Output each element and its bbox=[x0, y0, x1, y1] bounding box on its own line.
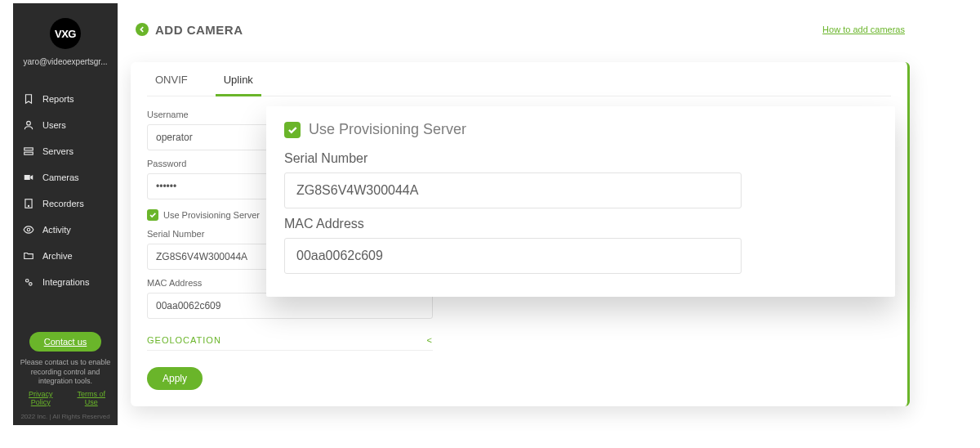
sidebar-item-label: Recorders bbox=[42, 199, 84, 208]
geolocation-label: GEOLOCATION bbox=[147, 335, 221, 345]
sidebar-item-label: Archive bbox=[42, 251, 73, 261]
svg-point-6 bbox=[26, 280, 29, 283]
back-icon[interactable] bbox=[136, 23, 149, 36]
recorder-icon bbox=[23, 198, 34, 209]
sidebar-item-activity[interactable]: Activity bbox=[18, 218, 113, 241]
chevron-left-icon: < bbox=[427, 335, 433, 345]
user-email: yaro@videoexpertsgr... bbox=[24, 57, 108, 66]
overlay-mac-label: MAC Address bbox=[284, 217, 877, 231]
checkmark-icon bbox=[147, 209, 158, 221]
svg-rect-2 bbox=[24, 152, 33, 155]
svg-point-7 bbox=[29, 283, 33, 286]
tabs: ONVIF Uplink bbox=[147, 62, 891, 96]
sidebar-message: Please contact us to enable recording co… bbox=[18, 358, 113, 387]
svg-point-0 bbox=[27, 121, 31, 125]
nav-list: Reports Users Servers Cameras Recorders … bbox=[18, 87, 113, 293]
help-link[interactable]: How to add cameras bbox=[822, 25, 905, 34]
folder-icon bbox=[23, 250, 34, 262]
sidebar-item-users[interactable]: Users bbox=[18, 114, 113, 137]
sidebar-item-integrations[interactable]: Integrations bbox=[18, 271, 113, 293]
contact-us-button[interactable]: Contact us bbox=[29, 332, 102, 352]
overlay-provisioning-label: Use Provisioning Server bbox=[309, 121, 466, 138]
camera-icon bbox=[23, 172, 34, 183]
sidebar-footer: 2022 Inc. | All Rights Reserved bbox=[20, 413, 109, 420]
checkmark-icon bbox=[284, 122, 301, 138]
svg-rect-1 bbox=[24, 148, 33, 150]
svg-point-5 bbox=[27, 228, 30, 231]
apply-button[interactable]: Apply bbox=[147, 367, 203, 390]
sidebar-item-label: Activity bbox=[42, 225, 71, 235]
sidebar: VXG yaro@videoexpertsgr... Reports Users… bbox=[13, 3, 118, 425]
sidebar-links: Privacy Policy Terms of Use bbox=[18, 390, 113, 406]
sidebar-item-servers[interactable]: Servers bbox=[18, 140, 113, 163]
sidebar-item-label: Reports bbox=[42, 94, 74, 104]
sidebar-item-label: Cameras bbox=[42, 172, 79, 182]
gears-icon bbox=[23, 276, 34, 288]
overlay-mac-input[interactable] bbox=[284, 238, 742, 274]
privacy-policy-link[interactable]: Privacy Policy bbox=[18, 390, 63, 406]
svg-point-4 bbox=[28, 205, 29, 206]
sidebar-item-label: Users bbox=[42, 120, 66, 130]
server-icon bbox=[23, 146, 34, 157]
overlay-serial-label: Serial Number bbox=[284, 151, 877, 166]
sidebar-item-cameras[interactable]: Cameras bbox=[18, 166, 113, 189]
sidebar-item-reports[interactable]: Reports bbox=[18, 87, 113, 110]
eye-icon bbox=[23, 224, 34, 235]
user-icon bbox=[23, 119, 34, 131]
tab-onvif[interactable]: ONVIF bbox=[147, 62, 196, 96]
tab-uplink[interactable]: Uplink bbox=[216, 62, 261, 96]
overlay-provisioning-checkbox-row[interactable]: Use Provisioning Server bbox=[284, 121, 877, 138]
provisioning-label: Use Provisioning Server bbox=[163, 210, 260, 220]
geolocation-section[interactable]: GEOLOCATION < bbox=[147, 335, 433, 351]
bookmark-icon bbox=[23, 93, 34, 105]
provisioning-popover: Use Provisioning Server Serial Number MA… bbox=[266, 106, 895, 297]
sidebar-item-recorders[interactable]: Recorders bbox=[18, 192, 113, 215]
sidebar-item-archive[interactable]: Archive bbox=[18, 244, 113, 267]
overlay-serial-input[interactable] bbox=[284, 172, 742, 208]
page-header: ADD CAMERA How to add cameras bbox=[131, 10, 910, 49]
sidebar-item-label: Servers bbox=[42, 146, 74, 156]
page-title: ADD CAMERA bbox=[155, 23, 243, 37]
sidebar-item-label: Integrations bbox=[42, 277, 89, 287]
terms-of-use-link[interactable]: Terms of Use bbox=[69, 390, 113, 406]
brand-logo: VXG bbox=[50, 18, 81, 49]
